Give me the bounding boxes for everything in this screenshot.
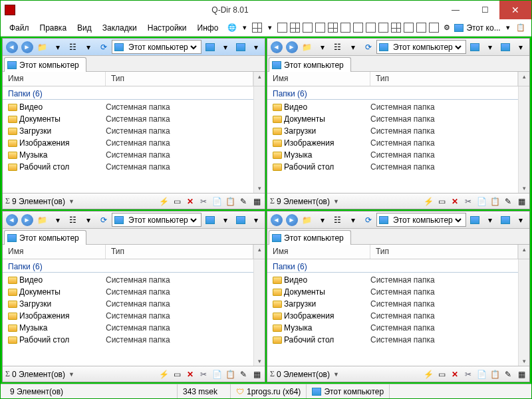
minimize-button[interactable]: —: [441, 1, 470, 19]
delete-icon[interactable]: ✕: [185, 196, 196, 207]
tree-dropdown[interactable]: ▾: [513, 40, 527, 55]
grid-icon[interactable]: ▦: [251, 196, 262, 207]
list-item[interactable]: Изображения Системная папка: [267, 310, 518, 322]
refresh-button[interactable]: ⟳: [361, 213, 375, 227]
lightning-icon[interactable]: ⚡: [423, 369, 434, 380]
folder-minus-icon[interactable]: ▭: [172, 369, 182, 380]
tree-dropdown[interactable]: ▾: [249, 213, 263, 227]
group-header[interactable]: Папки (6): [267, 261, 518, 273]
group-header[interactable]: Папки (6): [3, 261, 253, 273]
back-button[interactable]: ◄: [269, 213, 283, 227]
up-button[interactable]: 📁: [35, 213, 49, 227]
forward-button[interactable]: ►: [20, 213, 34, 227]
monitor-button[interactable]: [467, 213, 481, 227]
file-list[interactable]: Папки (6) Видео Системная папка Документ…: [267, 259, 518, 366]
path-select[interactable]: Этот компьютер: [390, 42, 464, 53]
lightning-icon[interactable]: ⚡: [158, 369, 169, 380]
menu-settings[interactable]: Настройки: [143, 21, 192, 35]
scroll-up-icon[interactable]: ▴: [258, 72, 261, 81]
list-item[interactable]: Изображения Системная папка: [267, 137, 518, 149]
scroll-up-icon[interactable]: ▴: [523, 72, 526, 81]
forward-button[interactable]: ►: [285, 40, 299, 55]
file-list[interactable]: Папки (6) Видео Системная папка Документ…: [3, 86, 253, 193]
monitor-button[interactable]: [203, 40, 217, 55]
refresh-button[interactable]: ⟳: [361, 40, 375, 55]
grid-icon[interactable]: ▦: [516, 369, 527, 380]
scrollbar[interactable]: ▾: [253, 259, 265, 366]
list-item[interactable]: Видео Системная папка: [3, 101, 253, 113]
layout-icon[interactable]: [416, 23, 426, 33]
edit-icon[interactable]: ✎: [503, 196, 513, 207]
copy-icon[interactable]: 📄: [476, 196, 487, 207]
list-item[interactable]: Загрузки Системная папка: [3, 125, 253, 137]
header-name[interactable]: Имя: [3, 72, 106, 86]
layout-icon[interactable]: [404, 23, 414, 33]
dropdown-icon[interactable]: ▾: [265, 23, 275, 33]
group-header[interactable]: Папки (6): [267, 88, 518, 100]
path-select[interactable]: Этот компьютер: [126, 42, 199, 53]
tree-dropdown[interactable]: ▾: [513, 213, 527, 227]
list-item[interactable]: Документы Системная папка: [3, 113, 253, 125]
scroll-down-icon[interactable]: ▾: [258, 356, 261, 366]
cut-icon[interactable]: ✂: [463, 369, 473, 380]
dropdown-icon[interactable]: ▾: [503, 23, 513, 33]
path-select[interactable]: Этот компьютер: [390, 215, 464, 225]
layout-icon[interactable]: [328, 23, 338, 33]
view-dropdown[interactable]: ▾: [81, 213, 95, 227]
history-button[interactable]: ▾: [315, 213, 329, 227]
copy-icon[interactable]: 📄: [476, 369, 487, 380]
up-button[interactable]: 📁: [300, 213, 314, 227]
layout-icon[interactable]: [391, 23, 401, 33]
monitor-button[interactable]: [203, 213, 217, 227]
header-type[interactable]: Тип: [106, 245, 253, 259]
refresh-button[interactable]: ⟳: [96, 40, 110, 55]
monitor-dropdown[interactable]: ▾: [218, 40, 232, 55]
view-button[interactable]: ☷: [331, 40, 344, 55]
monitor-dropdown[interactable]: ▾: [218, 213, 232, 227]
dropdown-icon[interactable]: ▼: [68, 198, 74, 205]
list-item[interactable]: Музыка Системная папка: [267, 149, 518, 161]
header-name[interactable]: Имя: [267, 245, 370, 259]
view-button[interactable]: ☷: [331, 213, 344, 227]
edit-icon[interactable]: ✎: [238, 196, 249, 207]
back-button[interactable]: ◄: [5, 213, 19, 227]
monitor-dropdown[interactable]: ▾: [483, 213, 497, 227]
view-button[interactable]: ☷: [66, 213, 80, 227]
header-type[interactable]: Тип: [370, 245, 518, 259]
list-item[interactable]: Документы Системная папка: [267, 286, 518, 298]
header-type[interactable]: Тип: [106, 72, 253, 86]
layout-4-icon[interactable]: [252, 23, 262, 33]
tab-this-pc[interactable]: Этот компьютер: [4, 57, 86, 72]
menu-bookmarks[interactable]: Закладки: [98, 21, 142, 35]
history-button[interactable]: ▾: [51, 213, 65, 227]
layout-icon[interactable]: [340, 23, 350, 33]
list-item[interactable]: Загрузки Системная папка: [267, 125, 518, 137]
view-button[interactable]: ☷: [66, 40, 80, 55]
paste-icon[interactable]: 📋: [225, 196, 235, 207]
list-item[interactable]: Рабочий стол Системная папка: [3, 161, 253, 173]
scroll-down-icon[interactable]: ▾: [523, 184, 526, 193]
delete-icon[interactable]: ✕: [185, 369, 196, 380]
up-button[interactable]: 📁: [300, 40, 314, 55]
file-list[interactable]: Папки (6) Видео Системная папка Документ…: [267, 86, 518, 193]
delete-icon[interactable]: ✕: [450, 196, 460, 207]
menu-info[interactable]: Инфо: [193, 21, 223, 35]
layout-icon[interactable]: [366, 23, 376, 33]
tool-icon[interactable]: ⚙: [442, 23, 452, 33]
header-name[interactable]: Имя: [3, 245, 106, 259]
forward-button[interactable]: ►: [285, 213, 299, 227]
scroll-down-icon[interactable]: ▾: [258, 184, 261, 193]
cut-icon[interactable]: ✂: [463, 196, 473, 207]
maximize-button[interactable]: ☐: [470, 1, 499, 19]
layout-icon[interactable]: [277, 23, 287, 33]
folder-minus-icon[interactable]: ▭: [436, 196, 447, 207]
grid-icon[interactable]: ▦: [251, 369, 262, 380]
copy-icon[interactable]: 📄: [211, 196, 222, 207]
delete-icon[interactable]: ✕: [450, 369, 460, 380]
cut-icon[interactable]: ✂: [198, 369, 209, 380]
list-item[interactable]: Документы Системная папка: [267, 113, 518, 125]
back-button[interactable]: ◄: [5, 40, 19, 55]
paste-icon[interactable]: 📋: [225, 369, 235, 380]
list-item[interactable]: Музыка Системная папка: [3, 322, 253, 334]
edit-icon[interactable]: ✎: [503, 369, 513, 380]
